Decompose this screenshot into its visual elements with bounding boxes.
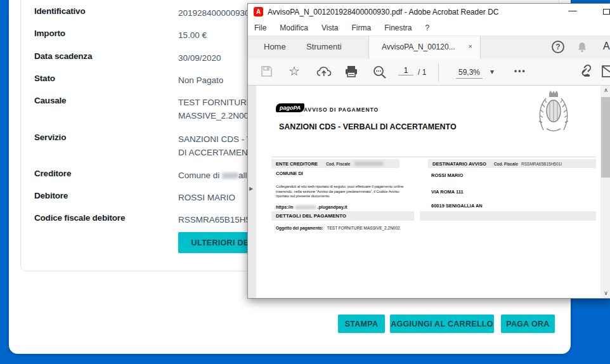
destinatario-address2: 60019 SENIGALLIA AN [431,203,483,209]
redacted-url-part [295,205,316,209]
menu-vista[interactable]: Vista [321,23,338,32]
stampa-button[interactable]: STAMPA [338,315,385,333]
help-icon[interactable]: ? [552,41,564,53]
adobe-acrobat-icon: A [254,7,263,16]
field-label: Servizio [34,133,66,142]
destinatario-address1: VIA ROMA 111 [431,189,464,195]
destinatario-header: DESTINATARIO AVVISO [432,161,486,167]
scrollbar-thumb[interactable] [601,97,610,178]
scroll-up-icon[interactable]: ∧ [600,86,610,95]
tab-document[interactable]: AvvisoPA_N_00120... × [368,36,481,59]
menu-modifica[interactable]: Modifica [280,23,308,32]
field-label: Importo [34,29,65,38]
tab-document-label: AvvisoPA_N_00120... [382,42,455,51]
cloud-upload-icon[interactable] [316,65,332,81]
zoom-level-value[interactable]: 59,3% [456,68,483,79]
aggiungi-al-carrello-button[interactable]: AGGIUNGI AL CARRELLO [390,315,494,333]
destinatario-cf-value: RSSMRA65B15H501I [521,162,562,166]
notifications-bell-icon[interactable] [576,41,588,56]
payment-url: https://n.plugandpay.it [276,205,347,209]
field-label: Debitore [34,191,68,200]
pdf-doc-label: AVVISO DI PAGAMENTO [304,107,379,113]
maximize-button[interactable] [603,9,610,15]
acrobat-window: A AvvisoPA_N_001201928400000930.pdf - Ad… [247,3,610,299]
page-count-label: / 1 [418,68,426,77]
tab-home[interactable]: Home [264,42,286,51]
payment-info-text: Collegandoti al sito web riportato di se… [276,185,406,199]
field-label: Data scadenza [34,51,92,61]
zoom-search-icon[interactable] [372,65,387,82]
cf-label: Cod. Fiscale [326,162,350,166]
field-label: Causale [34,96,66,105]
dettagli-bar-right [420,211,596,221]
ente-creditore-bar: ENTE CREDITORE Cod. Fiscale [271,159,399,168]
scroll-down-icon[interactable]: ∨ [600,289,610,298]
paga-ora-button[interactable]: PAGA ORA [501,315,555,333]
municipal-emblem [536,91,571,134]
tab-bar: Home Strumenti AvvisoPA_N_00120... × ? A [248,36,610,59]
window-title: AvvisoPA_N_001201928400000930.pdf - Adob… [268,8,499,16]
minimize-button[interactable]: — [564,6,581,15]
email-icon[interactable] [602,65,610,80]
ente-name: COMUNE DI [276,171,303,176]
page-number-input[interactable] [398,66,413,75]
field-label: Stato [34,74,55,83]
menu-bar: File Modifica Vista Firma Finestra ? [248,20,610,36]
sidebar-expand-icon[interactable]: ▶ [249,186,253,192]
redacted-value [222,172,238,179]
menu-file[interactable]: File [254,23,266,32]
zoom-dropdown-caret-icon[interactable]: ▾ [490,67,494,76]
menu-firma[interactable]: Firma [352,23,372,32]
more-tools-icon[interactable]: ••• [514,67,526,75]
pdf-viewer: ▶ pagoPA AVVISO DI PAGAMENTO SANZIONI CD… [248,86,610,298]
field-label: Codice fiscale debitore [34,213,125,223]
oggetto-value: TEST FORNITURE MASSIVE_2.2N002 [327,226,400,230]
toolbar-separator [438,63,439,82]
pagopa-logo: pagoPA [276,103,304,112]
share-link-icon[interactable] [576,64,593,82]
account-initial[interactable]: A [603,41,610,52]
sidebar-strip [248,86,256,298]
pdf-toolbar: ☆ / 1 59,3% ▾ ••• [248,59,610,86]
dettagli-pagamento-bar: DETTAGLI DEL PAGAMENTO [271,211,414,221]
pdf-divider [271,157,596,157]
star-favorites-icon[interactable]: ☆ [289,63,300,79]
tab-close-icon[interactable]: × [469,42,472,50]
pdf-page: pagoPA AVVISO DI PAGAMENTO SANZIONI CDS … [256,86,600,298]
ente-header: ENTE CREDITORE [276,161,318,167]
dettagli-header: DETTAGLI DEL PAGAMENTO [276,213,346,219]
field-label: Identificativo [34,6,85,16]
menu-finestra[interactable]: Finestra [384,23,412,32]
field-label: Creditore [34,169,71,178]
destinatario-bar: DESTINATARIO AVVISO Cod. Fiscale RSSMRA6… [428,159,596,168]
vertical-scrollbar[interactable]: ∧ ∨ [600,86,610,298]
print-icon[interactable] [344,65,358,81]
window-titlebar[interactable]: A AvvisoPA_N_001201928400000930.pdf - Ad… [248,4,610,20]
destinatario-name: ROSSI MARIO [431,172,463,178]
redacted-cf [354,162,384,166]
save-icon[interactable] [261,65,273,80]
oggetto-label: Oggetto del pagamento: [276,226,323,230]
menu-help[interactable]: ? [425,23,430,32]
cf-label: Cod. Fiscale [494,162,518,166]
pdf-title: SANZIONI CDS - VERBALI DI ACCERTAMENTO [279,122,457,131]
tab-strumenti[interactable]: Strumenti [306,42,342,51]
oggetto-row: Oggetto del pagamento: TEST FORNITURE MA… [276,226,400,230]
